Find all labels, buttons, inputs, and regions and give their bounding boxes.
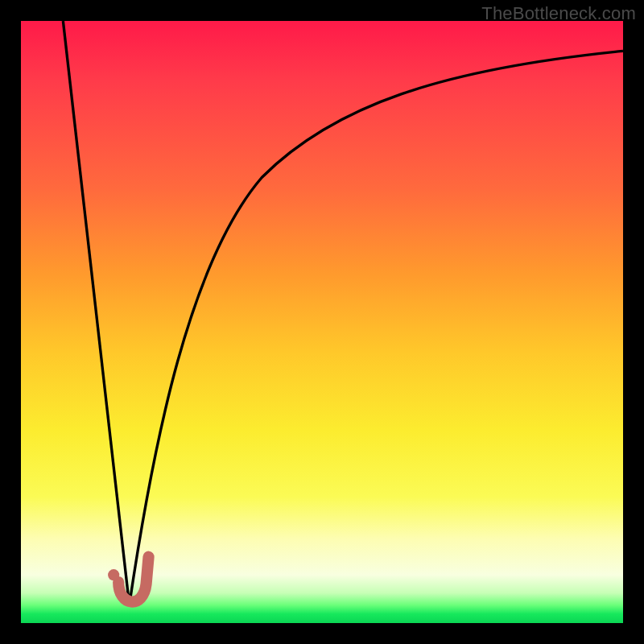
chart-frame: TheBottleneck.com <box>0 0 644 644</box>
marker-dot-icon <box>108 569 119 580</box>
watermark-text: TheBottleneck.com <box>481 3 636 24</box>
plot-area <box>21 21 623 623</box>
curve-left-branch <box>63 21 129 605</box>
curve-right-branch <box>130 51 623 605</box>
bottleneck-curve <box>21 21 623 623</box>
